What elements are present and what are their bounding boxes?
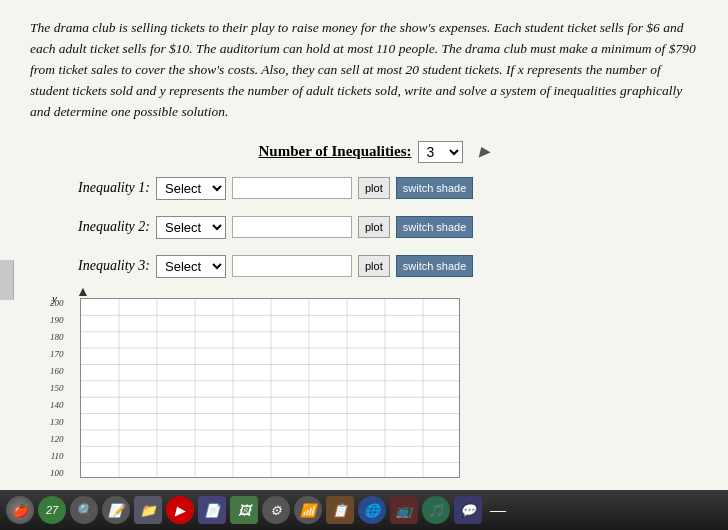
grid-svg bbox=[81, 299, 459, 477]
taskbar: 🍎 27 🔍 📝 📁 ▶ 📄 🖼 ⚙ 📶 📋 🌐 📺 🎵 💬 — bbox=[0, 490, 728, 530]
inequality-2-select[interactable]: Select ≤ ≥ < > = bbox=[156, 216, 226, 239]
inequality-3-label: Inequality 3: bbox=[50, 258, 150, 274]
taskbar-files-icon[interactable]: 📁 bbox=[134, 496, 162, 524]
y-label-190: 190 bbox=[50, 315, 64, 325]
y-label-140: 140 bbox=[50, 400, 64, 410]
inequality-2-shade-button[interactable]: switch shade bbox=[396, 216, 474, 238]
num-inequalities-label: Number of Inequalities: bbox=[258, 143, 411, 160]
inequality-2-label: Inequality 2: bbox=[50, 219, 150, 235]
inequality-1-input[interactable] bbox=[232, 177, 352, 199]
taskbar-doc-icon[interactable]: 📄 bbox=[198, 496, 226, 524]
y-label-150: 150 bbox=[50, 383, 64, 393]
num-inequalities-select[interactable]: 1 2 3 4 5 bbox=[418, 141, 463, 163]
arrow-indicator: ▶ bbox=[479, 143, 490, 160]
inequality-1-plot-button[interactable]: plot bbox=[358, 177, 390, 199]
y-label-100: 100 bbox=[50, 468, 64, 478]
y-label-130: 130 bbox=[50, 417, 64, 427]
taskbar-image-icon[interactable]: 🖼 bbox=[230, 496, 258, 524]
taskbar-settings-icon[interactable]: ⚙ bbox=[262, 496, 290, 524]
graph-grid[interactable] bbox=[80, 298, 460, 478]
inequality-2-input[interactable] bbox=[232, 216, 352, 238]
graph-container: ▲ y 200 190 180 170 160 150 140 130 120 … bbox=[80, 298, 460, 478]
inequality-row-2: Inequality 2: Select ≤ ≥ < > = plot swit… bbox=[50, 216, 473, 239]
taskbar-extra1-icon[interactable]: 📋 bbox=[326, 496, 354, 524]
y-label-120: 120 bbox=[50, 434, 64, 444]
inequality-3-shade-button[interactable]: switch shade bbox=[396, 255, 474, 277]
y-label-160: 160 bbox=[50, 366, 64, 376]
taskbar-extra2-icon[interactable]: 🌐 bbox=[358, 496, 386, 524]
taskbar-dash-icon[interactable]: — bbox=[490, 500, 506, 521]
inequality-2-plot-button[interactable]: plot bbox=[358, 216, 390, 238]
taskbar-notes-icon[interactable]: 📝 bbox=[102, 496, 130, 524]
inequality-3-select[interactable]: Select ≤ ≥ < > = bbox=[156, 255, 226, 278]
y-axis-labels: 200 190 180 170 160 150 140 130 120 110 … bbox=[50, 298, 64, 478]
taskbar-extra3-icon[interactable]: 📺 bbox=[390, 496, 418, 524]
inequality-1-select[interactable]: Select ≤ ≥ < > = bbox=[156, 177, 226, 200]
y-label-110: 110 bbox=[50, 451, 64, 461]
problem-text: The drama club is selling tickets to the… bbox=[30, 18, 698, 123]
num-inequalities-row: Number of Inequalities: 1 2 3 4 5 ▶ bbox=[258, 141, 489, 163]
inequality-row-1: Inequality 1: Select ≤ ≥ < > = plot swit… bbox=[50, 177, 473, 200]
taskbar-extra4-icon[interactable]: 🎵 bbox=[422, 496, 450, 524]
taskbar-media-icon[interactable]: ▶ bbox=[166, 496, 194, 524]
inequalities-section: Number of Inequalities: 1 2 3 4 5 ▶ Ineq… bbox=[30, 141, 698, 478]
inequality-1-label: Inequality 1: bbox=[50, 180, 150, 196]
taskbar-search-icon[interactable]: 🔍 bbox=[70, 496, 98, 524]
inequality-row-3: Inequality 3: Select ≤ ≥ < > = plot swit… bbox=[50, 255, 473, 278]
y-label-180: 180 bbox=[50, 332, 64, 342]
taskbar-time: 27 bbox=[46, 504, 58, 516]
y-label-200: 200 bbox=[50, 298, 64, 308]
main-content: The drama club is selling tickets to the… bbox=[0, 0, 728, 490]
taskbar-clock-icon[interactable]: 27 bbox=[38, 496, 66, 524]
taskbar-home-icon[interactable]: 🍎 bbox=[6, 496, 34, 524]
inequality-3-input[interactable] bbox=[232, 255, 352, 277]
side-tab[interactable] bbox=[0, 260, 14, 300]
taskbar-wifi-icon[interactable]: 📶 bbox=[294, 496, 322, 524]
taskbar-extra5-icon[interactable]: 💬 bbox=[454, 496, 482, 524]
inequality-1-shade-button[interactable]: switch shade bbox=[396, 177, 474, 199]
inequality-3-plot-button[interactable]: plot bbox=[358, 255, 390, 277]
y-label-170: 170 bbox=[50, 349, 64, 359]
